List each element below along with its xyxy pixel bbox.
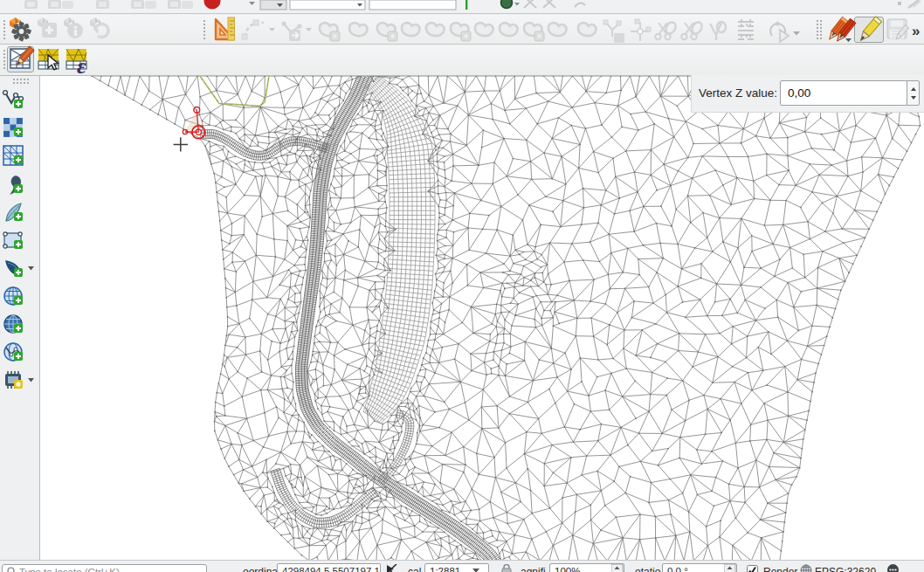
svg-text:»: »: [912, 23, 920, 39]
svg-text:ε: ε: [77, 53, 86, 75]
